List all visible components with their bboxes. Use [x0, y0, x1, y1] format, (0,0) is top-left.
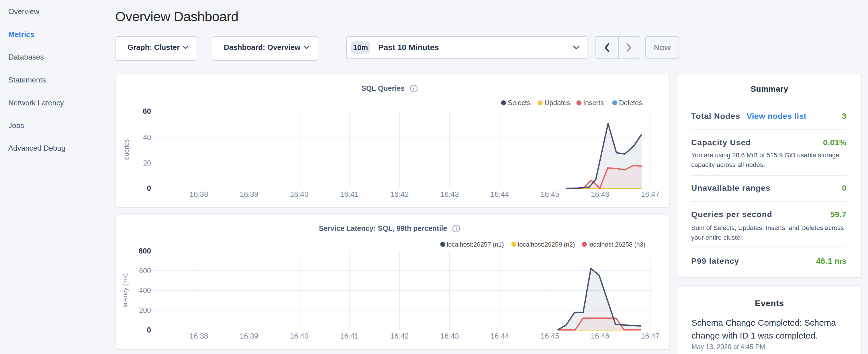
svg-text:16:46: 16:46 — [591, 332, 609, 340]
svg-text:0: 0 — [147, 184, 151, 192]
svg-text:16:39: 16:39 — [240, 332, 258, 340]
svg-text:16:42: 16:42 — [390, 190, 409, 198]
svg-text:localhost:26258 (n3): localhost:26258 (n3) — [588, 241, 645, 248]
svg-text:16:40: 16:40 — [290, 190, 308, 198]
svg-text:16:47: 16:47 — [641, 190, 659, 198]
svg-text:40: 40 — [143, 133, 151, 141]
svg-text:16:38: 16:38 — [189, 332, 208, 340]
svg-text:16:40: 16:40 — [290, 332, 308, 340]
svg-text:16:39: 16:39 — [240, 190, 258, 198]
svg-text:16:45: 16:45 — [540, 190, 559, 198]
svg-text:16:38: 16:38 — [189, 190, 208, 198]
svg-text:60: 60 — [143, 107, 151, 116]
svg-text:16:42: 16:42 — [390, 332, 409, 340]
svg-text:Selects: Selects — [508, 99, 530, 106]
svg-text:16:43: 16:43 — [440, 332, 459, 340]
svg-text:0: 0 — [147, 326, 151, 334]
svg-text:16:46: 16:46 — [591, 190, 609, 198]
svg-text:16:41: 16:41 — [340, 190, 359, 198]
svg-text:400: 400 — [139, 286, 151, 294]
svg-text:localhost:26259 (n2): localhost:26259 (n2) — [518, 241, 575, 248]
svg-text:Inserts: Inserts — [583, 99, 604, 106]
svg-text:16:47: 16:47 — [641, 332, 659, 340]
svg-text:Deletes: Deletes — [619, 99, 642, 106]
svg-text:16:43: 16:43 — [440, 190, 459, 198]
svg-text:queries: queries — [123, 139, 130, 160]
svg-text:16:41: 16:41 — [340, 332, 359, 340]
svg-text:600: 600 — [139, 267, 151, 275]
svg-text:latency (ms): latency (ms) — [122, 273, 129, 308]
svg-text:200: 200 — [139, 306, 151, 314]
svg-text:20: 20 — [143, 159, 151, 167]
svg-text:16:44: 16:44 — [490, 190, 509, 198]
svg-text:Updates: Updates — [545, 99, 570, 106]
svg-text:800: 800 — [139, 247, 151, 255]
svg-text:localhost:26257 (n1): localhost:26257 (n1) — [447, 241, 504, 248]
svg-text:16:45: 16:45 — [540, 332, 559, 340]
svg-text:16:44: 16:44 — [490, 332, 509, 340]
